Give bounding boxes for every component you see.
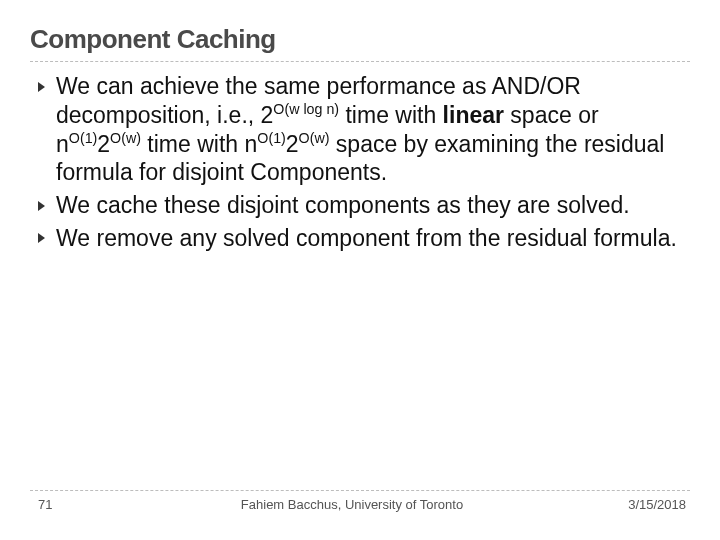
text: time with n: [141, 131, 257, 157]
text: 2: [97, 131, 110, 157]
footer-date: 3/15/2018: [576, 497, 690, 512]
bullet-list: We can achieve the same performance as A…: [30, 72, 690, 253]
bullet-item-3: We remove any solved component from the …: [34, 224, 686, 253]
text: time with: [339, 102, 443, 128]
superscript: O(1): [257, 130, 286, 146]
page-number: 71: [30, 497, 128, 512]
slide-footer: 71 Fahiem Bacchus, University of Toronto…: [30, 490, 690, 512]
superscript: O(w): [110, 130, 141, 146]
text-bold: linear: [443, 102, 504, 128]
footer-row: 71 Fahiem Bacchus, University of Toronto…: [30, 497, 690, 512]
slide-title: Component Caching: [30, 24, 690, 55]
title-divider: [30, 61, 690, 62]
bullet-item-1: We can achieve the same performance as A…: [34, 72, 686, 187]
text: 2: [286, 131, 299, 157]
superscript: O(w): [299, 130, 330, 146]
superscript: O(w log n): [273, 101, 339, 117]
footer-divider: [30, 490, 690, 491]
footer-author: Fahiem Bacchus, University of Toronto: [128, 497, 576, 512]
slide: Component Caching We can achieve the sam…: [0, 0, 720, 540]
superscript: O(1): [69, 130, 98, 146]
bullet-item-2: We cache these disjoint components as th…: [34, 191, 686, 220]
